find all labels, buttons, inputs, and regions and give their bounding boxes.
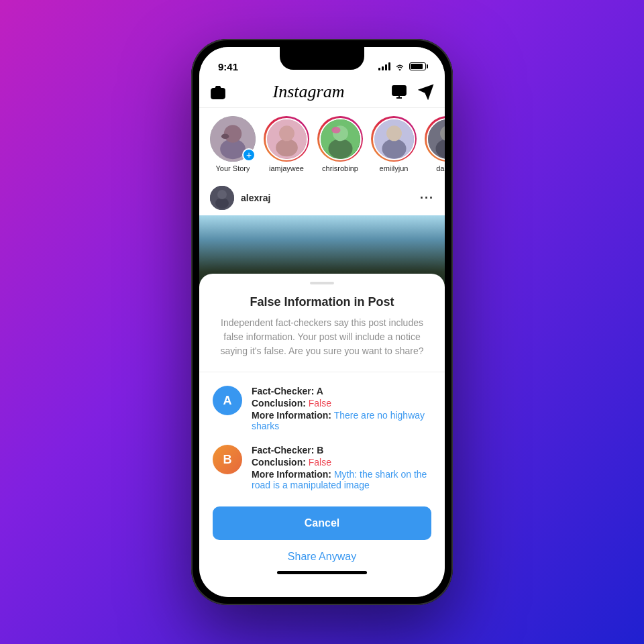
- checker-b-more-info: More Information: Myth: the shark on the…: [252, 469, 431, 490]
- instagram-logo: Instagram: [273, 82, 345, 102]
- svg-point-22: [217, 190, 227, 199]
- modal-divider: [199, 372, 445, 372]
- checker-b-avatar: B: [213, 445, 242, 474]
- post-username: alexraj: [241, 193, 270, 203]
- svg-point-13: [331, 127, 340, 133]
- checker-b-info: Fact-Checker: B Conclusion: False More I…: [252, 445, 431, 490]
- svg-point-5: [224, 125, 241, 142]
- story-item-your-story[interactable]: + Your Story: [210, 116, 256, 172]
- share-anyway-button[interactable]: Share Anyway: [213, 548, 431, 566]
- post-avatar: [210, 186, 234, 210]
- status-icons: [378, 62, 426, 70]
- story-item-iamjaywee[interactable]: iamjaywee: [264, 116, 309, 172]
- false-info-modal: False Information in Post Independent fa…: [199, 274, 445, 597]
- checker-a-conclusion-value: False: [309, 398, 331, 409]
- svg-point-9: [279, 125, 294, 141]
- stories-row: + Your Story iamjaywee: [199, 108, 445, 180]
- post-more-options[interactable]: ···: [420, 191, 434, 205]
- fact-checkers-list: A Fact-Checker: A Conclusion: False More…: [199, 386, 445, 490]
- status-time: 9:41: [218, 61, 238, 72]
- checker-b-conclusion: Conclusion: False: [252, 457, 431, 468]
- svg-point-15: [382, 139, 406, 159]
- svg-point-8: [276, 139, 298, 156]
- modal-title: False Information in Post: [199, 295, 445, 309]
- story-username-chrisrobinp: chrisrobinp: [322, 164, 358, 172]
- svg-point-1: [216, 91, 221, 96]
- instagram-header: Instagram: [199, 76, 445, 108]
- svg-point-6: [221, 133, 229, 139]
- modal-drag-handle: [310, 282, 334, 284]
- svg-point-16: [386, 125, 402, 141]
- story-username-dantob: dantob: [436, 164, 445, 172]
- add-story-badge[interactable]: +: [242, 148, 256, 162]
- story-username-emiilyjun: emiilyjun: [380, 164, 409, 172]
- modal-description: Independent fact-checkers say this post …: [199, 316, 445, 358]
- fact-checker-a: A Fact-Checker: A Conclusion: False More…: [213, 386, 431, 431]
- checker-a-conclusion: Conclusion: False: [252, 398, 431, 409]
- checker-b-conclusion-value: False: [309, 457, 331, 468]
- modal-buttons: Cancel Share Anyway: [199, 506, 445, 566]
- phone-screen: 9:41: [199, 47, 445, 597]
- signal-icon: [378, 62, 390, 70]
- post-header: alexraj ···: [199, 180, 445, 215]
- fact-checker-b: B Fact-Checker: B Conclusion: False More…: [213, 445, 431, 490]
- ig-header-icons: [391, 84, 434, 100]
- story-username-your-story: Your Story: [216, 164, 250, 172]
- battery-icon: [409, 62, 426, 70]
- checker-b-name: Fact-Checker: B: [252, 445, 431, 455]
- checker-a-avatar: A: [213, 386, 242, 415]
- wifi-icon: [394, 62, 405, 70]
- send-icon[interactable]: [418, 84, 434, 100]
- post-user[interactable]: alexraj: [210, 186, 270, 210]
- checker-a-more-info: More Information: There are no highway s…: [252, 410, 431, 431]
- svg-point-21: [215, 198, 229, 209]
- story-item-chrisrobinp[interactable]: chrisrobinp: [317, 116, 363, 172]
- story-item-dantob[interactable]: dantob: [425, 116, 445, 172]
- story-item-emiilyjun[interactable]: emiilyjun: [371, 116, 417, 172]
- phone-frame: 9:41: [191, 39, 453, 605]
- checker-a-info: Fact-Checker: A Conclusion: False More I…: [252, 386, 431, 431]
- home-indicator: [277, 571, 367, 574]
- story-username-iamjaywee: iamjaywee: [269, 164, 304, 172]
- camera-icon[interactable]: [210, 84, 226, 100]
- svg-point-11: [328, 139, 352, 159]
- cancel-button[interactable]: Cancel: [213, 506, 431, 540]
- igtv-icon[interactable]: [391, 84, 407, 100]
- checker-a-name: Fact-Checker: A: [252, 386, 431, 396]
- notch: [280, 47, 364, 70]
